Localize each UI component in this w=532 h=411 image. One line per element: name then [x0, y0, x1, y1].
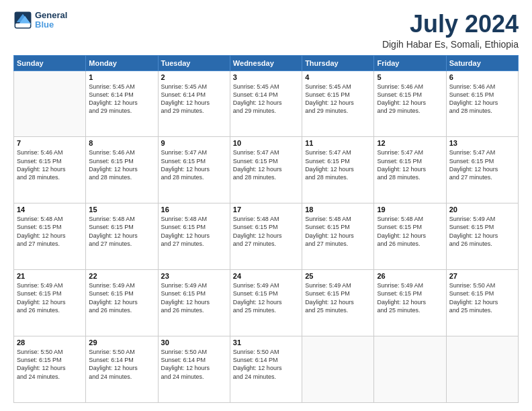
calendar-cell [302, 336, 374, 403]
day-number: 13 [449, 139, 515, 147]
day-info: Sunrise: 5:50 AMSunset: 6:15 PMDaylight:… [17, 348, 83, 381]
calendar-cell: 14Sunrise: 5:48 AMSunset: 6:15 PMDayligh… [14, 203, 86, 270]
logo: General Blue [13, 11, 67, 30]
day-number: 1 [89, 73, 154, 81]
col-sunday: Sunday [14, 55, 86, 71]
location: Digih Habar Es, Somali, Ethiopia [382, 39, 519, 50]
day-number: 8 [89, 139, 154, 147]
day-number: 15 [89, 205, 154, 214]
day-info: Sunrise: 5:49 AMSunset: 6:15 PMDaylight:… [161, 281, 227, 314]
page: General Blue July 2024 Digih Habar Es, S… [0, 0, 532, 411]
day-number: 29 [89, 338, 154, 347]
calendar-cell: 23Sunrise: 5:49 AMSunset: 6:15 PMDayligh… [158, 270, 230, 336]
calendar-cell: 7Sunrise: 5:46 AMSunset: 6:15 PMDaylight… [14, 137, 86, 203]
day-number: 27 [449, 272, 515, 280]
calendar-cell: 25Sunrise: 5:49 AMSunset: 6:15 PMDayligh… [302, 270, 374, 336]
day-number: 31 [233, 338, 299, 347]
month-title: July 2024 [382, 11, 519, 38]
day-info: Sunrise: 5:45 AMSunset: 6:14 PMDaylight:… [233, 83, 299, 116]
day-info: Sunrise: 5:47 AMSunset: 6:15 PMDaylight:… [305, 148, 371, 181]
calendar-cell: 24Sunrise: 5:49 AMSunset: 6:15 PMDayligh… [230, 270, 302, 336]
calendar-cell: 17Sunrise: 5:48 AMSunset: 6:15 PMDayligh… [230, 203, 302, 270]
day-number: 19 [377, 205, 443, 214]
day-number: 17 [233, 205, 299, 214]
calendar-cell: 22Sunrise: 5:49 AMSunset: 6:15 PMDayligh… [86, 270, 158, 336]
day-number: 3 [233, 73, 299, 81]
calendar-cell: 29Sunrise: 5:50 AMSunset: 6:14 PMDayligh… [86, 336, 158, 403]
calendar-cell: 2Sunrise: 5:45 AMSunset: 6:14 PMDaylight… [158, 71, 230, 137]
calendar-cell: 26Sunrise: 5:49 AMSunset: 6:15 PMDayligh… [374, 270, 446, 336]
day-number: 22 [89, 272, 154, 280]
day-number: 23 [161, 272, 227, 280]
calendar-cell: 15Sunrise: 5:48 AMSunset: 6:15 PMDayligh… [86, 203, 158, 270]
calendar-cell: 21Sunrise: 5:49 AMSunset: 6:15 PMDayligh… [14, 270, 86, 336]
svg-rect-3 [15, 24, 30, 28]
day-number: 5 [377, 73, 443, 81]
calendar-cell [14, 71, 86, 137]
day-info: Sunrise: 5:48 AMSunset: 6:15 PMDaylight:… [305, 215, 371, 248]
calendar-cell: 13Sunrise: 5:47 AMSunset: 6:15 PMDayligh… [446, 137, 518, 203]
calendar-table: Sunday Monday Tuesday Wednesday Thursday… [13, 55, 519, 403]
calendar-cell: 6Sunrise: 5:46 AMSunset: 6:15 PMDaylight… [446, 71, 518, 137]
day-info: Sunrise: 5:49 AMSunset: 6:15 PMDaylight:… [89, 281, 154, 314]
day-number: 6 [449, 73, 515, 81]
day-info: Sunrise: 5:48 AMSunset: 6:15 PMDaylight:… [89, 215, 154, 248]
day-number: 25 [305, 272, 371, 280]
day-number: 7 [17, 139, 83, 147]
day-info: Sunrise: 5:47 AMSunset: 6:15 PMDaylight:… [377, 148, 443, 181]
calendar-cell: 1Sunrise: 5:45 AMSunset: 6:14 PMDaylight… [86, 71, 158, 137]
calendar-week-row-4: 21Sunrise: 5:49 AMSunset: 6:15 PMDayligh… [14, 270, 519, 336]
calendar-cell: 12Sunrise: 5:47 AMSunset: 6:15 PMDayligh… [374, 137, 446, 203]
day-info: Sunrise: 5:50 AMSunset: 6:14 PMDaylight:… [89, 348, 154, 381]
day-number: 10 [233, 139, 299, 147]
day-info: Sunrise: 5:45 AMSunset: 6:14 PMDaylight:… [161, 83, 227, 116]
calendar-cell: 4Sunrise: 5:45 AMSunset: 6:15 PMDaylight… [302, 71, 374, 137]
day-number: 11 [305, 139, 371, 147]
calendar-cell: 11Sunrise: 5:47 AMSunset: 6:15 PMDayligh… [302, 137, 374, 203]
col-monday: Monday [86, 55, 158, 71]
day-info: Sunrise: 5:50 AMSunset: 6:14 PMDaylight:… [161, 348, 227, 381]
day-info: Sunrise: 5:50 AMSunset: 6:15 PMDaylight:… [449, 281, 515, 314]
col-wednesday: Wednesday [230, 55, 302, 71]
day-info: Sunrise: 5:47 AMSunset: 6:15 PMDaylight:… [233, 148, 299, 181]
day-info: Sunrise: 5:50 AMSunset: 6:14 PMDaylight:… [233, 348, 299, 381]
calendar-cell: 9Sunrise: 5:47 AMSunset: 6:15 PMDaylight… [158, 137, 230, 203]
logo-icon [13, 11, 32, 30]
day-info: Sunrise: 5:48 AMSunset: 6:15 PMDaylight:… [233, 215, 299, 248]
col-friday: Friday [374, 55, 446, 71]
day-info: Sunrise: 5:49 AMSunset: 6:15 PMDaylight:… [377, 281, 443, 314]
calendar-cell: 20Sunrise: 5:49 AMSunset: 6:15 PMDayligh… [446, 203, 518, 270]
day-number: 9 [161, 139, 227, 147]
calendar-cell: 28Sunrise: 5:50 AMSunset: 6:15 PMDayligh… [14, 336, 86, 403]
title-area: July 2024 Digih Habar Es, Somali, Ethiop… [382, 11, 519, 50]
day-info: Sunrise: 5:46 AMSunset: 6:15 PMDaylight:… [449, 83, 515, 116]
col-tuesday: Tuesday [158, 55, 230, 71]
day-number: 4 [305, 73, 371, 81]
day-number: 2 [161, 73, 227, 81]
day-info: Sunrise: 5:48 AMSunset: 6:15 PMDaylight:… [377, 215, 443, 248]
day-info: Sunrise: 5:46 AMSunset: 6:15 PMDaylight:… [17, 148, 83, 181]
day-number: 24 [233, 272, 299, 280]
calendar-week-row-3: 14Sunrise: 5:48 AMSunset: 6:15 PMDayligh… [14, 203, 519, 270]
day-info: Sunrise: 5:46 AMSunset: 6:15 PMDaylight:… [89, 148, 154, 181]
col-thursday: Thursday [302, 55, 374, 71]
day-info: Sunrise: 5:49 AMSunset: 6:15 PMDaylight:… [233, 281, 299, 314]
calendar-cell: 3Sunrise: 5:45 AMSunset: 6:14 PMDaylight… [230, 71, 302, 137]
day-info: Sunrise: 5:49 AMSunset: 6:15 PMDaylight:… [305, 281, 371, 314]
day-number: 16 [161, 205, 227, 214]
calendar-cell [374, 336, 446, 403]
day-info: Sunrise: 5:49 AMSunset: 6:15 PMDaylight:… [17, 281, 83, 314]
calendar-cell: 8Sunrise: 5:46 AMSunset: 6:15 PMDaylight… [86, 137, 158, 203]
day-info: Sunrise: 5:48 AMSunset: 6:15 PMDaylight:… [161, 215, 227, 248]
logo-text: General Blue [35, 11, 67, 30]
day-number: 21 [17, 272, 83, 280]
calendar-cell: 27Sunrise: 5:50 AMSunset: 6:15 PMDayligh… [446, 270, 518, 336]
calendar-cell: 18Sunrise: 5:48 AMSunset: 6:15 PMDayligh… [302, 203, 374, 270]
day-number: 30 [161, 338, 227, 347]
day-info: Sunrise: 5:45 AMSunset: 6:15 PMDaylight:… [305, 83, 371, 116]
calendar-cell: 30Sunrise: 5:50 AMSunset: 6:14 PMDayligh… [158, 336, 230, 403]
header: General Blue July 2024 Digih Habar Es, S… [13, 11, 519, 50]
day-info: Sunrise: 5:46 AMSunset: 6:15 PMDaylight:… [377, 83, 443, 116]
day-number: 14 [17, 205, 83, 214]
calendar-week-row-1: 1Sunrise: 5:45 AMSunset: 6:14 PMDaylight… [14, 71, 519, 137]
